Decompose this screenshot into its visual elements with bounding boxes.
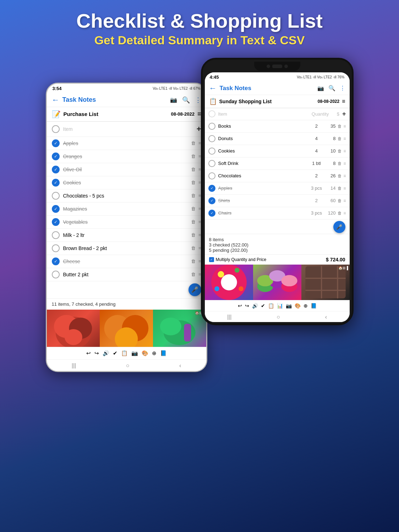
drag-icon[interactable]: ≡ — [343, 149, 346, 154]
item-qty: 2 — [307, 173, 326, 178]
back-button-right[interactable]: ← — [209, 84, 217, 93]
trash-icon[interactable]: 🗑 — [191, 219, 196, 225]
check-circle[interactable] — [52, 271, 60, 278]
toolbar-more[interactable]: 📘 — [160, 350, 167, 356]
nav-icon-more-right[interactable]: ⋮ — [340, 85, 345, 92]
nav-icon-camera-left[interactable]: 📷 — [170, 96, 177, 103]
trash-icon[interactable]: 🗑 — [338, 149, 342, 154]
check-circle[interactable] — [52, 244, 60, 252]
multiply-checkbox[interactable]: ✓ — [209, 257, 214, 262]
drag-icon[interactable]: ≡ — [343, 161, 346, 166]
trash-icon[interactable]: 🗑 — [191, 245, 196, 251]
svg-point-12 — [218, 271, 224, 277]
toolbar-table-right[interactable]: 📊 — [277, 303, 283, 309]
toolbar-undo[interactable]: ↩ — [86, 350, 91, 356]
nav-home-left[interactable]: ○ — [126, 362, 130, 369]
nav-back-right[interactable]: ‹ — [325, 314, 327, 320]
nav-menu-left[interactable]: ||| — [72, 362, 76, 369]
list-menu-right[interactable]: ≡ — [342, 98, 345, 105]
nav-back-left[interactable]: ‹ — [179, 362, 181, 369]
trash-icon[interactable]: 🗑 — [338, 211, 342, 216]
check-circle[interactable] — [208, 160, 215, 167]
trash-icon[interactable]: 🗑 — [191, 259, 196, 264]
toolbar-check[interactable]: ✔ — [113, 350, 117, 356]
item-price: 8 — [326, 136, 335, 141]
nav-icon-search-right[interactable]: 🔍 — [328, 85, 335, 92]
list-menu-left[interactable]: ≡ — [197, 110, 201, 118]
check-circle[interactable]: ✓ — [208, 210, 215, 217]
trash-icon[interactable]: 🗑 — [191, 272, 196, 277]
trash-icon[interactable]: 🗑 — [191, 154, 196, 159]
check-circle[interactable] — [208, 135, 215, 142]
toolbar-redo-right[interactable]: ↪ — [245, 303, 249, 309]
trash-icon[interactable]: 🗑 — [191, 193, 196, 198]
check-circle[interactable]: ✓ — [52, 139, 60, 147]
item-qty: 3 pcs — [307, 210, 326, 216]
trash-icon[interactable]: 🗑 — [338, 136, 342, 141]
trash-icon[interactable]: 🗑 — [338, 173, 342, 178]
toolbar-add[interactable]: ⊕ — [152, 350, 157, 356]
trash-icon[interactable]: 🗑 — [338, 198, 342, 203]
check-circle[interactable] — [208, 123, 215, 130]
drag-icon[interactable]: ≡ — [343, 173, 346, 178]
check-circle[interactable]: ✓ — [52, 257, 60, 265]
trash-icon[interactable]: 🗑 — [338, 186, 342, 191]
mic-fab-right[interactable]: 🎤 — [333, 221, 345, 233]
summary-left: 11 items, 7 checked, 4 pending — [47, 298, 206, 310]
trash-icon[interactable]: 🗑 — [191, 140, 196, 146]
toolbar-more-right[interactable]: 📘 — [311, 303, 317, 309]
table-row: ✓ Olive Oil 🗑 ≡ — [47, 163, 206, 176]
toolbar-undo-right[interactable]: ↩ — [238, 303, 242, 309]
check-circle[interactable]: ✓ — [52, 179, 60, 187]
add-plus-right[interactable]: + — [342, 110, 346, 118]
check-circle[interactable]: ✓ — [208, 185, 215, 192]
trash-icon[interactable]: 🗑 — [191, 206, 196, 211]
drag-icon[interactable]: ≡ — [343, 198, 346, 203]
check-circle[interactable] — [52, 192, 60, 200]
status-icons-right: Vo₀ LTE1 ·ıll Vo₀ LTE2 ·ıll 76% — [297, 75, 344, 79]
back-button-left[interactable]: ← — [52, 95, 60, 105]
trash-icon[interactable]: 🗑 — [191, 167, 196, 172]
trash-icon[interactable]: 🗑 — [338, 161, 342, 166]
toolbar-color-right[interactable]: 🎨 — [295, 303, 301, 309]
add-item-row-left[interactable]: Item + — [47, 122, 206, 137]
toolbar-check-right[interactable]: ✔ — [261, 303, 265, 309]
drag-icon[interactable]: ≡ — [343, 211, 346, 216]
item-name: Olive Oil — [63, 167, 191, 172]
nav-icon-more-left[interactable]: ⋮ — [195, 96, 201, 104]
table-row: Milk - 2 ltr 🗑 ≡ — [47, 229, 206, 242]
toolbar-sound[interactable]: 🔊 — [103, 350, 109, 356]
table-row: Brown Bread - 2 pkt 🗑 ≡ — [47, 242, 206, 255]
toolbar-camera[interactable]: 📷 — [131, 350, 138, 356]
table-row: Books 2 35 🗑 ≡ — [205, 120, 350, 133]
check-circle[interactable]: ✓ — [52, 218, 60, 226]
toolbar-list-right[interactable]: 📋 — [268, 303, 274, 309]
item-name: Butter 2 pkt — [63, 272, 191, 277]
check-circle[interactable] — [208, 172, 215, 179]
check-circle[interactable]: ✓ — [52, 166, 60, 173]
toolbar-add-right[interactable]: ⊕ — [304, 303, 308, 309]
check-circle[interactable]: ✓ — [52, 153, 60, 160]
add-plus-left[interactable]: + — [197, 124, 201, 134]
trash-icon[interactable]: 🗑 — [191, 232, 196, 238]
mic-fab-left[interactable]: 🎤 — [188, 283, 201, 296]
check-circle[interactable]: ✓ — [208, 197, 215, 204]
check-circle[interactable] — [52, 231, 60, 239]
nav-icon-search-left[interactable]: 🔍 — [182, 96, 190, 104]
list-date-left: 08-08-2022 — [171, 111, 195, 117]
toolbar-color[interactable]: 🎨 — [142, 350, 148, 356]
nav-home-right[interactable]: ○ — [277, 314, 280, 320]
check-circle[interactable]: ✓ — [52, 205, 60, 213]
drag-icon[interactable]: ≡ — [343, 136, 346, 141]
check-circle[interactable] — [208, 148, 215, 155]
toolbar-redo[interactable]: ↪ — [94, 350, 99, 356]
trash-icon[interactable]: 🗑 — [338, 124, 342, 129]
nav-menu-right[interactable]: ||| — [227, 314, 231, 320]
trash-icon[interactable]: 🗑 — [191, 180, 196, 185]
toolbar-list[interactable]: 📋 — [121, 350, 128, 356]
drag-icon[interactable]: ≡ — [343, 186, 346, 191]
drag-icon[interactable]: ≡ — [343, 124, 346, 129]
toolbar-camera-right[interactable]: 📷 — [286, 303, 292, 309]
nav-icon-camera-right[interactable]: 📷 — [317, 85, 324, 92]
toolbar-sound-right[interactable]: 🔊 — [252, 303, 258, 309]
